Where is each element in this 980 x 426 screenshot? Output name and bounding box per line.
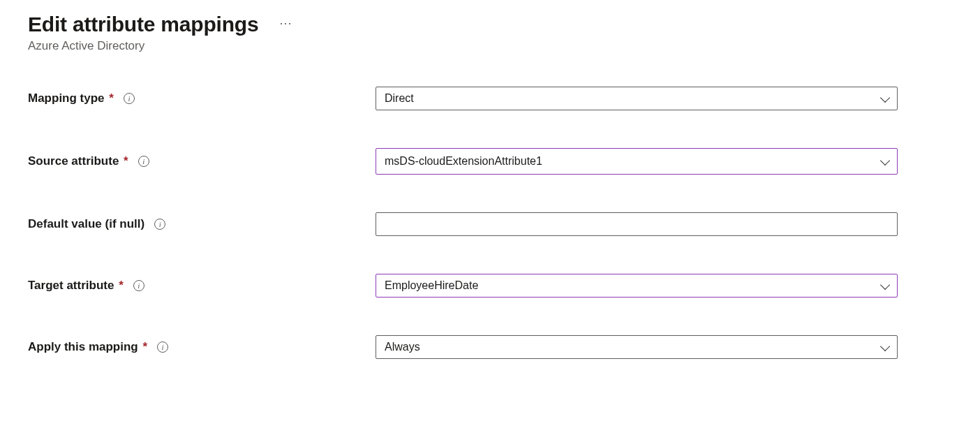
required-indicator: * (115, 279, 123, 292)
source-attribute-control: msDS-cloudExtensionAttribute1 (376, 148, 898, 175)
attribute-mapping-form: Mapping type * i Direct Source attribute… (28, 87, 959, 359)
page-title: Edit attribute mappings (28, 13, 258, 36)
chevron-down-icon (880, 94, 890, 103)
apply-mapping-label-text: Apply this mapping (28, 340, 138, 353)
mapping-type-value: Direct (385, 92, 414, 105)
apply-mapping-value: Always (385, 341, 420, 353)
target-attribute-control: EmployeeHireDate (376, 274, 898, 298)
required-indicator: * (120, 154, 128, 168)
default-value-row: Default value (if null) i (28, 212, 959, 236)
info-icon[interactable]: i (124, 93, 135, 104)
source-attribute-label-text: Source attribute (28, 154, 119, 168)
mapping-type-label-text: Mapping type (28, 91, 105, 105)
info-icon[interactable]: i (138, 156, 149, 167)
apply-mapping-row: Apply this mapping * i Always (28, 335, 959, 359)
default-value-input[interactable] (376, 212, 898, 236)
info-icon[interactable]: i (157, 341, 168, 353)
target-attribute-value: EmployeeHireDate (385, 279, 478, 292)
info-icon[interactable]: i (154, 219, 165, 230)
target-attribute-label-col: Target attribute * i (28, 279, 376, 293)
chevron-down-icon (880, 156, 890, 166)
target-attribute-select[interactable]: EmployeeHireDate (376, 274, 898, 298)
source-attribute-row: Source attribute * i msDS-cloudExtension… (28, 148, 959, 175)
mapping-type-label: Mapping type * (28, 91, 114, 105)
apply-mapping-label-col: Apply this mapping * i (28, 340, 376, 354)
target-attribute-label-text: Target attribute (28, 279, 114, 292)
required-indicator: * (106, 91, 114, 105)
source-attribute-label: Source attribute * (28, 154, 128, 168)
more-actions-button[interactable]: ··· (275, 17, 296, 29)
title-row: Edit attribute mappings ··· (28, 13, 959, 36)
mapping-type-select[interactable]: Direct (376, 87, 898, 110)
source-attribute-value: msDS-cloudExtensionAttribute1 (385, 155, 542, 168)
apply-mapping-control: Always (376, 335, 898, 359)
apply-mapping-label: Apply this mapping * (28, 340, 147, 354)
page-header: Edit attribute mappings ··· Azure Active… (28, 13, 959, 53)
chevron-down-icon (880, 281, 890, 291)
chevron-down-icon (880, 342, 890, 352)
source-attribute-label-col: Source attribute * i (28, 154, 376, 168)
apply-mapping-select[interactable]: Always (376, 335, 898, 359)
required-indicator: * (140, 340, 147, 353)
target-attribute-label: Target attribute * (28, 279, 124, 293)
page-subtitle: Azure Active Directory (28, 39, 959, 53)
source-attribute-select[interactable]: msDS-cloudExtensionAttribute1 (376, 148, 898, 175)
mapping-type-control: Direct (376, 87, 898, 110)
mapping-type-row: Mapping type * i Direct (28, 87, 959, 110)
info-icon[interactable]: i (133, 280, 144, 291)
target-attribute-row: Target attribute * i EmployeeHireDate (28, 274, 959, 298)
default-value-control (376, 212, 898, 236)
mapping-type-label-col: Mapping type * i (28, 91, 376, 105)
default-value-label-col: Default value (if null) i (28, 217, 376, 231)
default-value-label: Default value (if null) (28, 217, 144, 231)
